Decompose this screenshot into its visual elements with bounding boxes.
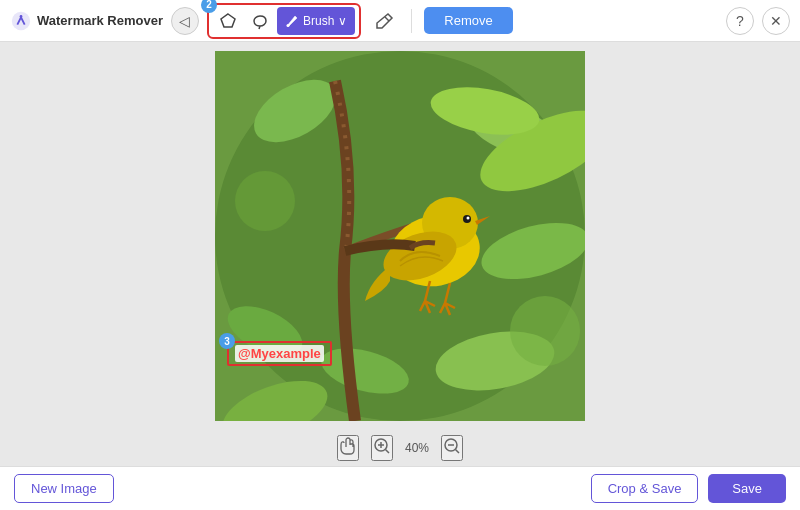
- svg-point-22: [510, 296, 580, 366]
- brush-dropdown-icon: ∨: [338, 14, 347, 28]
- brush-tool-button[interactable]: Brush ∨: [277, 7, 355, 35]
- canvas-container[interactable]: 3 @Myexample: [0, 42, 800, 430]
- polygon-icon: [219, 12, 237, 30]
- svg-point-21: [235, 171, 295, 231]
- remove-button[interactable]: Remove: [424, 7, 512, 34]
- crop-save-button[interactable]: Crop & Save: [591, 474, 699, 503]
- svg-line-26: [385, 450, 389, 454]
- app-logo: Watermark Remover: [10, 10, 163, 32]
- zoom-out-button[interactable]: [441, 435, 463, 461]
- zoom-in-icon: [373, 437, 391, 455]
- svg-point-0: [12, 11, 30, 29]
- back-icon: ◁: [179, 13, 190, 29]
- watermark-text: @Myexample: [235, 345, 324, 362]
- polygon-tool-button[interactable]: [213, 7, 243, 35]
- app-logo-icon: [10, 10, 32, 32]
- bottom-right-actions: Crop & Save Save: [591, 474, 786, 503]
- close-button[interactable]: ✕: [762, 7, 790, 35]
- watermark-box: 3 @Myexample: [227, 341, 332, 366]
- brush-icon: [285, 14, 299, 28]
- zoom-in-button[interactable]: [371, 435, 393, 461]
- svg-line-29: [456, 450, 460, 454]
- help-button[interactable]: ?: [726, 7, 754, 35]
- help-icon: ?: [736, 13, 744, 29]
- image-wrapper: 3 @Myexample: [215, 51, 585, 421]
- zoom-bar: 40%: [0, 430, 800, 466]
- badge-2-number: 2: [201, 0, 217, 13]
- main-area: 3 @Myexample 40%: [0, 42, 800, 466]
- svg-point-1: [20, 15, 23, 18]
- svg-point-3: [286, 24, 289, 27]
- lasso-tool-button[interactable]: [245, 7, 275, 35]
- lasso-icon: [251, 12, 269, 30]
- watermark-badge-3: 3: [219, 333, 235, 349]
- svg-marker-2: [221, 14, 235, 27]
- eraser-button[interactable]: [369, 7, 399, 35]
- back-button[interactable]: ◁: [171, 7, 199, 35]
- title-left: Watermark Remover ◁ 2: [10, 3, 513, 39]
- tool-group: Brush ∨: [207, 3, 361, 39]
- title-bar: Watermark Remover ◁ 2: [0, 0, 800, 42]
- new-image-button[interactable]: New Image: [14, 474, 114, 503]
- toolbar-separator: [411, 9, 412, 33]
- zoom-out-icon: [443, 437, 461, 455]
- app-title: Watermark Remover: [37, 13, 163, 28]
- svg-line-4: [385, 17, 389, 21]
- title-right: ? ✕: [726, 7, 790, 35]
- close-icon: ✕: [770, 13, 782, 29]
- svg-point-19: [467, 217, 470, 220]
- eraser-icon: [374, 11, 394, 31]
- save-button[interactable]: Save: [708, 474, 786, 503]
- brush-label: Brush: [303, 14, 334, 28]
- hand-icon: [339, 437, 357, 455]
- tool-badge-2: 2 Brush ∨: [207, 3, 361, 39]
- zoom-percent: 40%: [405, 441, 429, 455]
- bottom-bar: New Image Crop & Save Save: [0, 466, 800, 510]
- hand-tool-button[interactable]: [337, 435, 359, 461]
